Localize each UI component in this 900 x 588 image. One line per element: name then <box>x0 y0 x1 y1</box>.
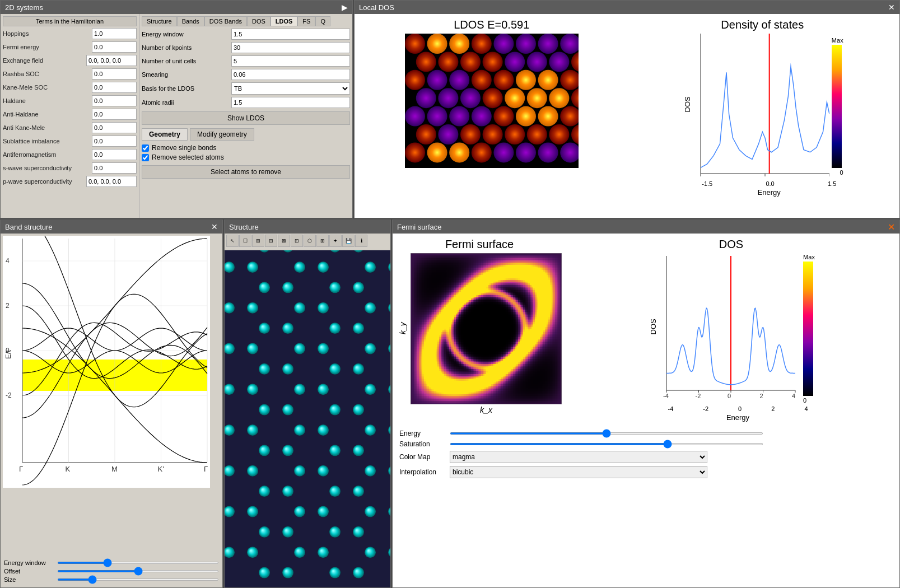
num-kpoints-input[interactable] <box>231 42 350 53</box>
haldane-input[interactable] <box>92 95 137 106</box>
toolbar-select2-btn[interactable]: ⊞ <box>252 235 264 247</box>
p-wave-row: p-wave superconductivity <box>3 176 137 187</box>
select-atoms-button[interactable]: Select atoms to remove <box>142 165 350 179</box>
local-dos-close-btn[interactable]: ✕ <box>888 3 895 12</box>
energy-window-slider[interactable] <box>57 562 219 564</box>
fermi-colorbar <box>803 262 813 396</box>
fermi-surface-header: Fermi surface ✕ <box>393 220 899 234</box>
toolbar-filter2-btn[interactable]: ⊠ <box>278 235 290 247</box>
fermi-colorbar-0: 0 <box>803 397 815 404</box>
tab-fs[interactable]: FS <box>297 16 315 26</box>
num-unit-cells-input[interactable] <box>231 55 350 67</box>
tab-dos[interactable]: DOS <box>247 16 271 26</box>
exchange-field-input[interactable] <box>86 55 137 66</box>
p-wave-input[interactable] <box>86 176 137 187</box>
tab-q[interactable]: Q <box>315 16 330 26</box>
saturation-control-label: Saturation <box>399 440 450 448</box>
band-structure-canvas <box>3 236 210 488</box>
basis-select[interactable]: TB WF <box>231 82 350 95</box>
panel-local-dos: Local DOS ✕ LDOS E=0.591 Density of stat… <box>354 0 900 218</box>
panel-2d-header: 2D systems ▶ <box>1 1 352 14</box>
fermi-colorbar-max: Max <box>803 254 815 260</box>
remove-single-bonds-label: Remove single bonds <box>152 144 216 152</box>
fermi-close-btn[interactable]: ✕ <box>888 222 895 232</box>
panel-structure: Structure ↖ ☐ ⊞ ⊟ ⊠ ⊡ ⬡ ⊞ ✦ 💾 ℹ <box>224 220 391 588</box>
remove-selected-atoms-label: Remove selected atoms <box>152 153 224 161</box>
energy-window-label: Energy window <box>4 559 57 566</box>
tab-dos-bands[interactable]: DOS Bands <box>204 16 247 26</box>
anti-kane-mele-input[interactable] <box>92 122 137 133</box>
saturation-slider[interactable] <box>450 443 763 445</box>
colormap-label: Color Map <box>399 453 450 461</box>
geometry-button[interactable]: Geometry <box>142 128 188 141</box>
toolbar-star-btn[interactable]: ✦ <box>329 235 342 247</box>
atomic-radii-input[interactable] <box>231 97 350 108</box>
band-structure-header: Band structure ✕ <box>1 220 222 234</box>
toolbar-zoom-btn[interactable]: ⊡ <box>291 235 303 247</box>
antiferromagnetism-input[interactable] <box>92 149 137 160</box>
hoppings-row: Hoppings <box>3 28 137 39</box>
density-of-states-title: Density of states <box>721 18 804 31</box>
smearing-input[interactable] <box>231 69 350 80</box>
rashba-soc-row: Rashba SOC <box>3 68 137 80</box>
offset-slider[interactable] <box>57 570 219 572</box>
fermi-surface-plot <box>411 253 562 404</box>
fermi-surface-chart-title: Fermi surface <box>445 238 514 251</box>
kane-mele-soc-input[interactable] <box>92 82 137 93</box>
hamiltonian-section-header: Terms in the Hamiltonian <box>3 16 137 26</box>
toolbar-3d-btn[interactable]: ⬡ <box>304 235 316 247</box>
show-ldos-button[interactable]: Show LDOS <box>142 111 350 125</box>
tab-structure[interactable]: Structure <box>142 16 177 26</box>
tab-bands[interactable]: Bands <box>177 16 204 26</box>
band-structure-title: Band structure <box>5 223 53 231</box>
panel-2d-expand-btn[interactable]: ▶ <box>342 3 348 12</box>
energy-control-label: Energy <box>399 430 450 437</box>
haldane-row: Haldane <box>3 95 137 106</box>
toolbar-info-btn[interactable]: ℹ <box>355 235 367 247</box>
geometry-section: Geometry Modify geometry Remove single b… <box>142 128 350 179</box>
interpolation-select[interactable]: bicubic bilinear nearest <box>450 466 707 478</box>
dos-y-axis-label: DOS <box>683 101 691 112</box>
structure-canvas <box>225 250 390 581</box>
fermi-dos-title: DOS <box>719 238 743 251</box>
anti-haldane-row: Anti-Haldane <box>3 109 137 120</box>
modify-geometry-button[interactable]: Modify geometry <box>190 128 254 141</box>
toolbar-cursor-btn[interactable]: ↖ <box>226 235 239 247</box>
fermi-dos-x-mid3: 2 <box>771 405 775 412</box>
toolbar-select-btn[interactable]: ☐ <box>239 235 251 247</box>
fermi-dos-x-mid1: -2 <box>703 405 708 412</box>
band-close-btn[interactable]: ✕ <box>211 222 218 231</box>
fermi-dos-y-label: DOS <box>649 323 657 334</box>
fermi-energy-input[interactable] <box>92 41 137 53</box>
toolbar-filter-btn[interactable]: ⊟ <box>265 235 277 247</box>
anti-haldane-input[interactable] <box>92 109 137 120</box>
toolbar-save-btn[interactable]: 💾 <box>342 235 355 247</box>
dos-colorbar <box>832 45 842 168</box>
energy-window-input[interactable] <box>231 29 350 40</box>
structure-toolbar: ↖ ☐ ⊞ ⊟ ⊠ ⊡ ⬡ ⊞ ✦ 💾 ℹ <box>225 234 390 250</box>
kane-mele-soc-row: Kane-Mele SOC <box>3 82 137 93</box>
local-dos-header: Local DOS ✕ <box>355 1 899 14</box>
remove-selected-atoms-checkbox[interactable] <box>142 154 149 161</box>
colormap-select[interactable]: magma plasma viridis inferno <box>450 451 707 463</box>
toolbar-grid-btn[interactable]: ⊞ <box>316 235 329 247</box>
fermi-kx-label: k_x <box>480 405 492 414</box>
hoppings-input[interactable] <box>92 28 137 39</box>
sublattice-imbalance-row: Sublattice imbalance <box>3 136 137 147</box>
dos-colorbar-max-label: Max <box>832 37 843 44</box>
sublattice-imbalance-input[interactable] <box>92 136 137 147</box>
panel-2d-systems: 2D systems ▶ Terms in the Hamiltonian Ho… <box>0 0 353 218</box>
panel-fermi-surface: Fermi surface ✕ Fermi surface k_y k_x <box>392 220 900 588</box>
s-wave-input[interactable] <box>92 162 137 174</box>
rashba-soc-input[interactable] <box>92 68 137 80</box>
fermi-energy-row: Fermi energy <box>3 41 137 53</box>
fermi-dos-x-min: -4 <box>668 405 674 412</box>
fermi-energy-slider[interactable] <box>450 432 763 435</box>
anti-kane-mele-row: Anti Kane-Mele <box>3 122 137 133</box>
size-label: Size <box>4 576 57 583</box>
tab-ldos[interactable]: LDOS <box>271 16 298 26</box>
size-slider[interactable] <box>57 578 219 581</box>
remove-single-bonds-row: Remove single bonds <box>142 144 350 152</box>
fermi-surface-title: Fermi surface <box>397 223 441 231</box>
remove-single-bonds-checkbox[interactable] <box>142 144 149 152</box>
